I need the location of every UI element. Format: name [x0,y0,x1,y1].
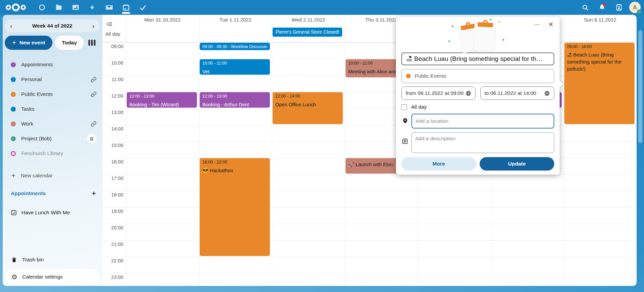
top-bar: A [0,0,644,15]
sidebar-calendar-personal[interactable]: Personal [3,72,103,87]
calendar-label: Fenchurch Library [21,150,96,156]
add-appointment-config-button[interactable]: + [92,190,96,197]
notifications-bell-icon[interactable] [594,0,610,15]
week-title: Week 44 of 2022 [32,23,72,29]
sidebar-calendar-work[interactable]: Work [3,116,103,131]
calendar-settings-button[interactable]: ⚙ Calendar settings [5,269,99,285]
photos-app-icon[interactable] [67,0,84,15]
calendar-event[interactable]: 09:00 - 09:30 - Workflow Discussion [200,43,270,50]
event-edit-popup: ⋯ ✕ 🏖 Beach Luau (Bring something specia… [396,17,560,175]
today-button[interactable]: Today [55,36,84,50]
popup-buttons: More Update [401,157,554,171]
location-input[interactable] [411,114,554,129]
calendar-color-dot [11,121,16,126]
trash-bin-button[interactable]: Trash bin [3,252,103,267]
activity-app-icon[interactable] [84,0,101,15]
description-icon [401,138,409,144]
event-time: 12:00 - 13:00 [129,93,194,99]
calendar-label: Work [21,121,91,127]
timezone-globe-icon[interactable] [466,90,471,96]
calendar-color-dot [11,107,16,112]
dashboard-app-icon[interactable] [34,0,50,15]
column-divider [126,15,126,286]
event-title: Booking - Arthur Dent [202,101,267,108]
column-divider [272,15,272,286]
calendar-list: AppointmentsPersonalPublic EventsTasksWo… [3,57,103,161]
files-app-icon[interactable] [50,0,67,15]
calendar-event[interactable]: 12:00 - 13:00Booking - Arthur Dent [200,92,270,108]
plus-icon: + [11,172,15,180]
event-title: 🏖 Beach Luau (Bring something special fo… [567,51,632,73]
week-navigation: ‹ Week 44 of 2022 › [5,20,100,32]
calendar-color-dot [11,136,16,141]
day-header: Wed 2.11.2022 [272,17,345,24]
event-time: 12:00 - 14:00 [275,93,340,99]
notification-dot [603,3,606,6]
scrollbar-thumb[interactable] [638,30,642,143]
end-datetime-field[interactable]: to 06.11.2022 at 14:00 [480,86,555,100]
avatar[interactable]: A [629,2,641,13]
sidebar-calendar-tasks[interactable]: Tasks [3,102,103,116]
calendar-event[interactable]: 12:00 - 14:00Open Office Lunch [273,92,343,124]
shared-link-icon[interactable] [91,121,96,127]
update-button[interactable]: Update [480,157,555,171]
view-columns-icon[interactable] [88,40,95,46]
calendar-app-icon[interactable] [118,0,134,15]
calendar-color-dot [406,74,411,78]
sidebar-calendar-fenchurch-library[interactable]: Fenchurch Library [3,146,103,161]
calendar-event[interactable]: 16:00 - 22:00😎 Hackathon [200,158,270,256]
event-title-input[interactable]: 🏖 Beach Luau (Bring something special fo… [401,52,554,65]
new-event-button[interactable]: + New event [5,36,52,50]
calendar-label: Public Events [21,91,91,97]
mail-app-icon[interactable] [101,0,118,15]
calendar-color-dot [11,151,16,156]
status-online-dot [637,9,642,14]
avatar-letter: A [633,4,637,11]
sidebar-calendar-project-bob-[interactable]: Project (Bob)B [3,131,103,146]
day-header: Mon 31.10.2022 [126,17,199,24]
note-card [473,22,496,51]
new-calendar-button[interactable]: + New calendar [3,169,103,182]
event-title: Booking - Tim (Wizard) [129,101,194,108]
sidebar-calendar-appointments[interactable]: Appointments [3,57,103,72]
contacts-icon[interactable] [610,0,627,15]
calendar-event[interactable]: 12:00 - 13:00Booking - Tim (Wizard) [127,92,197,108]
all-day-checkbox[interactable] [401,104,407,110]
close-icon[interactable]: ✕ [546,20,556,29]
calendar-event[interactable]: 09:00 - 14:00🏖 Beach Luau (Bring somethi… [564,43,635,124]
calendar-label: Tasks [21,106,96,112]
nextcloud-logo-icon[interactable] [5,2,28,13]
notes-illustration [451,20,505,51]
previous-week-button[interactable]: ‹ [10,23,12,29]
next-week-button[interactable]: › [92,23,94,29]
search-icon[interactable] [577,0,594,15]
event-title: 😎 Hackathon [202,167,267,174]
trash-icon [11,257,17,263]
calendar-select[interactable]: Public Events [401,69,554,83]
location-row [401,114,554,129]
all-day-label: All day [105,31,120,37]
shared-by-avatar: B [87,134,96,143]
sidebar-buttons: + New event Today [5,36,100,50]
event-time: 09:00 - 09:30 - Workflow Discussion [202,44,267,50]
top-bar-right: A [577,0,644,15]
column-divider [345,15,345,286]
start-datetime-field[interactable]: from 06.11.2022 at 09:00 [401,86,476,100]
more-options-icon[interactable]: ⋯ [532,20,541,29]
all-day-event[interactable]: Pierre's General Store Closed! [273,28,342,37]
datetime-row: from 06.11.2022 at 09:00 to 06.11.2022 a… [401,86,554,100]
tasks-app-icon[interactable] [134,0,151,15]
timezone-globe-icon[interactable] [544,90,550,96]
appointment-item-have-lunch[interactable]: Have Lunch With Me [3,205,103,220]
shared-link-icon[interactable] [91,92,96,97]
calendar-event[interactable]: 10:00 - 11:00Vet [200,59,270,75]
sidebar-calendar-public-events[interactable]: Public Events [3,87,103,102]
calendar-check-icon [11,210,17,216]
column-divider [199,15,199,286]
all-day-checkbox-row: All day [401,104,554,110]
shared-link-icon[interactable] [91,77,96,82]
location-pin-icon [401,117,409,124]
description-input[interactable] [411,132,554,153]
sidebar: ‹ Week 44 of 2022 › + New event Today Ap… [3,15,103,286]
more-button[interactable]: More [401,157,476,171]
